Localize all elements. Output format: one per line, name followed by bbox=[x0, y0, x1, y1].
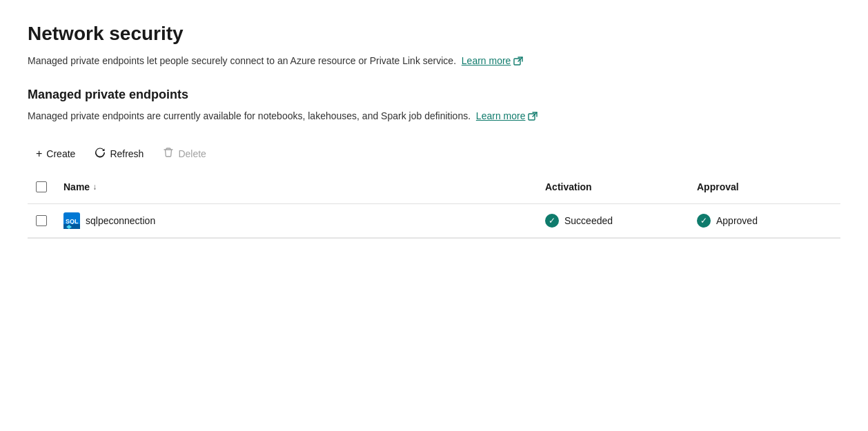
row-activation-cell: ✓ Succeeded bbox=[537, 206, 689, 236]
table-bottom-divider bbox=[28, 238, 840, 239]
svg-rect-4 bbox=[63, 224, 80, 229]
create-button[interactable]: + Create bbox=[28, 143, 83, 164]
refresh-button[interactable]: Refresh bbox=[86, 143, 152, 165]
external-link-icon-2 bbox=[528, 111, 537, 121]
row-name-cell: SQL sqlpeconnection bbox=[55, 204, 537, 237]
toolbar: + Create Refresh Delete bbox=[28, 143, 840, 165]
learn-more-link-2[interactable]: Learn more bbox=[476, 109, 538, 123]
row-approval-cell: ✓ Approved bbox=[689, 206, 840, 236]
table-header: Name ↓ Activation Approval bbox=[28, 176, 840, 204]
page-title: Network security bbox=[28, 22, 840, 46]
create-icon: + bbox=[36, 148, 42, 160]
svg-rect-0 bbox=[514, 59, 520, 65]
approval-success-icon: ✓ bbox=[697, 214, 711, 228]
learn-more-link-1[interactable]: Learn more bbox=[462, 54, 524, 68]
section-description: Managed private endpoints are currently … bbox=[28, 109, 840, 123]
sql-icon: SQL bbox=[63, 212, 80, 229]
page-description: Managed private endpoints let people sec… bbox=[28, 54, 840, 68]
row-checkbox-cell bbox=[28, 207, 55, 234]
section-title: Managed private endpoints bbox=[28, 88, 840, 102]
svg-rect-1 bbox=[529, 114, 535, 120]
refresh-icon bbox=[95, 147, 106, 161]
delete-icon bbox=[163, 147, 174, 161]
table-row: SQL sqlpeconnection ✓ Succeeded ✓ Approv… bbox=[28, 204, 840, 238]
row-checkbox[interactable] bbox=[36, 215, 47, 226]
header-checkbox[interactable] bbox=[36, 181, 47, 192]
sort-icon[interactable]: ↓ bbox=[92, 182, 97, 192]
external-link-icon-1 bbox=[513, 56, 523, 66]
svg-text:SQL: SQL bbox=[66, 218, 79, 225]
table: Name ↓ Activation Approval SQL sqlpec bbox=[28, 176, 840, 239]
header-checkbox-cell bbox=[28, 176, 55, 198]
header-activation: Activation bbox=[537, 176, 689, 198]
header-approval: Approval bbox=[689, 176, 840, 198]
header-name: Name ↓ bbox=[55, 176, 537, 198]
delete-button[interactable]: Delete bbox=[155, 143, 214, 165]
activation-success-icon: ✓ bbox=[545, 214, 559, 228]
